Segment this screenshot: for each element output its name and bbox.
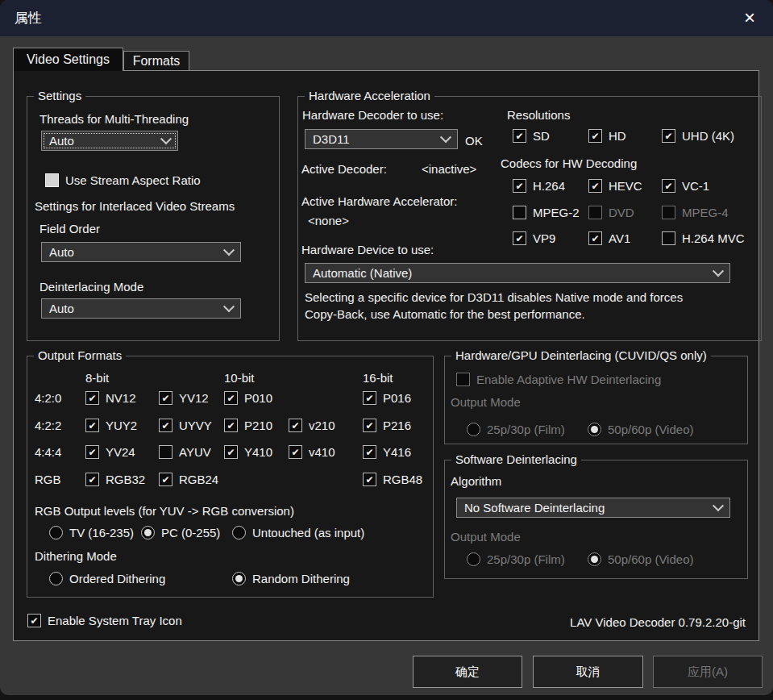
field-order-dropdown[interactable]: Auto	[41, 242, 241, 262]
format-ayuv-checkbox[interactable]: AYUV	[159, 445, 211, 459]
sw-deinterlacing-group: Software Deinterlacing Algorithm No Soft…	[444, 460, 748, 579]
radio-icon	[588, 552, 601, 566]
algorithm-dropdown-value: No Software Deinterlacing	[464, 501, 605, 515]
format-v410-checkbox[interactable]: v410	[289, 445, 335, 459]
hw-device-label: Hardware Device to use:	[301, 243, 434, 257]
checkbox-icon	[513, 129, 526, 143]
resolution-uhd-checkbox[interactable]: UHD (4K)	[662, 129, 734, 143]
checkbox-icon	[289, 419, 302, 432]
checkbox-label: H.264	[533, 179, 565, 193]
tab-video-settings[interactable]: Video Settings	[13, 48, 123, 71]
settings-group: Settings Threads for Multi-Threading Aut…	[27, 96, 280, 341]
radio-label: TV (16-235)	[69, 526, 134, 540]
checkbox-icon	[159, 473, 172, 486]
radio-icon	[141, 526, 155, 540]
hw-decoder-dropdown[interactable]: D3D11	[305, 129, 458, 149]
format-rgb48-checkbox[interactable]: RGB48	[363, 473, 422, 486]
radio-icon	[232, 526, 246, 540]
hw-film-radio: 25p/30p (Film)	[467, 423, 565, 436]
hw-deinterlacing-legend: Hardware/GPU Deinterlacing (CUVID/QS onl…	[451, 348, 711, 362]
row-label-420: 4:2:0	[35, 391, 61, 406]
checkbox-icon	[363, 391, 376, 405]
format-p216-checkbox[interactable]: P216	[363, 419, 411, 432]
codec-hevc-checkbox[interactable]: HEVC	[588, 179, 642, 193]
radio-label: Ordered Dithering	[69, 572, 165, 585]
format-rgb32-checkbox[interactable]: RGB32	[85, 473, 145, 486]
hardware-acceleration-group: Hardware Acceleration Hardware Decoder t…	[297, 96, 762, 341]
checkbox-label: Enable System Tray Icon	[48, 614, 182, 627]
format-rgb24-checkbox[interactable]: RGB24	[159, 473, 218, 486]
format-yuy2-checkbox[interactable]: YUY2	[85, 419, 137, 432]
checkbox-icon	[85, 473, 99, 486]
hw-device-dropdown-value: Automatic (Native)	[313, 266, 412, 280]
checkbox-icon	[85, 419, 99, 432]
cancel-button[interactable]: 取消	[533, 656, 643, 688]
row-label-rgb: RGB	[35, 473, 61, 487]
format-p016-checkbox[interactable]: P016	[363, 391, 411, 405]
ordered-dithering-radio[interactable]: Ordered Dithering	[49, 572, 165, 585]
format-yv24-checkbox[interactable]: YV24	[85, 445, 135, 459]
codec-vc1-checkbox[interactable]: VC-1	[662, 179, 709, 193]
codec-h264mvc-checkbox[interactable]: H.264 MVC	[662, 231, 745, 245]
hw-device-dropdown[interactable]: Automatic (Native)	[305, 263, 730, 283]
checkbox-icon	[662, 206, 675, 219]
rgb-levels-heading: RGB Output levels (for YUV -> RGB conver…	[35, 504, 294, 519]
checkbox-icon	[85, 391, 99, 405]
hw-decoder-label: Hardware Decoder to use:	[302, 108, 443, 123]
close-button[interactable]: ×	[734, 4, 765, 31]
format-y410-checkbox[interactable]: Y410	[224, 445, 272, 459]
apply-button: 应用(A)	[653, 656, 763, 688]
checkbox-icon	[513, 206, 526, 219]
radio-label: 25p/30p (Film)	[487, 552, 565, 566]
format-p210-checkbox[interactable]: P210	[224, 419, 272, 432]
checkbox-icon	[159, 391, 172, 405]
codec-mpeg2-checkbox[interactable]: MPEG-2	[513, 206, 580, 219]
deinterlacing-mode-dropdown-value: Auto	[49, 302, 74, 315]
hw-deinterlacing-group: Hardware/GPU Deinterlacing (CUVID/QS onl…	[444, 356, 748, 444]
hardware-acceleration-legend: Hardware Acceleration	[305, 89, 434, 102]
radio-label: PC (0-255)	[161, 526, 220, 540]
resolution-sd-checkbox[interactable]: SD	[513, 129, 550, 143]
radio-icon	[49, 572, 63, 585]
rgb-level-tv-radio[interactable]: TV (16-235)	[49, 526, 134, 540]
version-text: LAV Video Decoder 0.79.2.20-git	[570, 615, 746, 629]
dithering-heading: Dithering Mode	[35, 549, 117, 564]
resolution-hd-checkbox[interactable]: HD	[588, 129, 626, 143]
format-yv12-checkbox[interactable]: YV12	[159, 391, 209, 405]
hw-device-note-line1: Selecting a specific device for D3D11 di…	[305, 290, 683, 304]
codec-vp9-checkbox[interactable]: VP9	[513, 231, 555, 245]
system-tray-checkbox[interactable]: Enable System Tray Icon	[27, 614, 182, 627]
rgb-level-untouched-radio[interactable]: Untouched (as input)	[232, 526, 364, 540]
codec-h264-checkbox[interactable]: H.264	[513, 179, 565, 193]
output-formats-group: Output Formats 8-bit 10-bit 16-bit 4:2:0…	[27, 356, 434, 598]
checkbox-label: RGB24	[179, 473, 218, 486]
checkbox-label: Enable Adaptive HW Deinterlacing	[476, 373, 661, 386]
checkbox-icon	[588, 231, 602, 245]
checkbox-icon	[224, 419, 238, 432]
col-header-10bit: 10-bit	[224, 371, 255, 385]
codec-av1-checkbox[interactable]: AV1	[588, 231, 630, 245]
checkbox-icon	[159, 445, 172, 459]
radio-label: 50p/60p (Video)	[608, 552, 693, 566]
random-dithering-radio[interactable]: Random Dithering	[232, 572, 350, 585]
checkbox-icon	[224, 391, 238, 405]
format-p010-checkbox[interactable]: P010	[224, 391, 272, 405]
ok-button[interactable]: 确定	[413, 656, 522, 688]
properties-dialog: 属性 × Video Settings Formats Settings Thr…	[0, 0, 773, 695]
checkbox-label: Use Stream Aspect Ratio	[65, 173, 201, 187]
tab-formats[interactable]: Formats	[123, 51, 189, 70]
threads-dropdown[interactable]: Auto	[41, 131, 178, 151]
checkbox-label: P210	[244, 419, 272, 432]
rgb-level-pc-radio[interactable]: PC (0-255)	[141, 526, 220, 540]
deinterlacing-mode-dropdown[interactable]: Auto	[41, 298, 241, 319]
use-stream-aspect-ratio-checkbox[interactable]: Use Stream Aspect Ratio	[45, 173, 201, 187]
radio-icon	[467, 423, 480, 436]
chevron-down-icon	[223, 301, 235, 312]
format-y416-checkbox[interactable]: Y416	[363, 445, 411, 459]
algorithm-dropdown[interactable]: No Software Deinterlacing	[456, 498, 730, 518]
format-uyvy-checkbox[interactable]: UYVY	[159, 419, 212, 432]
output-formats-legend: Output Formats	[34, 348, 126, 362]
format-v210-checkbox[interactable]: v210	[289, 419, 335, 432]
checkbox-icon	[662, 129, 675, 143]
format-nv12-checkbox[interactable]: NV12	[85, 391, 136, 405]
